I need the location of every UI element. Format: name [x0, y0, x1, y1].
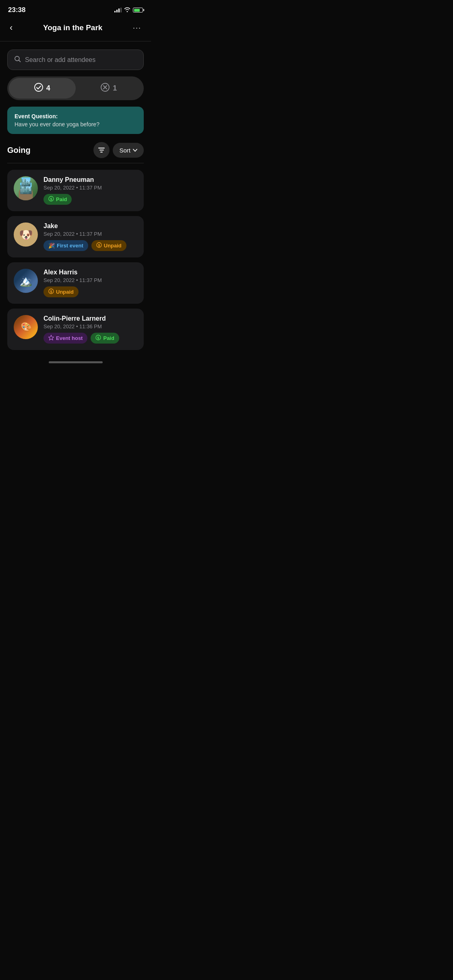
- attendee-name-danny: Danny Pneuman: [43, 176, 137, 183]
- more-button[interactable]: ···: [131, 22, 143, 34]
- avatar-danny: 🏙️: [14, 176, 38, 200]
- svg-marker-12: [49, 335, 54, 340]
- signal-icon: [114, 8, 122, 12]
- avatar-jake: 🐶: [14, 222, 38, 247]
- badge-unpaid-label-jake: Unpaid: [104, 243, 122, 249]
- attendee-card-jake[interactable]: 🐶 Jake Sep 20, 2022 • 11:37 PM 🎉 First e…: [7, 216, 144, 257]
- svg-text:$: $: [97, 336, 99, 340]
- avatar-alex: 🏔️: [14, 269, 38, 293]
- svg-text:$: $: [98, 243, 100, 247]
- badge-unpaid-jake: $ Unpaid: [91, 240, 126, 251]
- svg-point-2: [35, 83, 43, 91]
- badge-paid-danny: $ Paid: [43, 194, 72, 205]
- attendee-badges-colin: Event host $ Paid: [43, 333, 137, 344]
- badge-paid-label-colin: Paid: [103, 335, 114, 341]
- home-indicator: [0, 356, 151, 366]
- page-title: Yoga in the Park: [14, 23, 131, 32]
- attendee-date-danny: Sep 20, 2022 • 11:37 PM: [43, 185, 137, 191]
- badge-first-event-label: First event: [57, 243, 83, 249]
- tab-going[interactable]: 4: [9, 78, 76, 99]
- status-icons: [114, 7, 143, 13]
- nav-bar: ‹ Yoga in the Park ···: [0, 18, 151, 41]
- filter-icon: [98, 148, 105, 152]
- filter-button[interactable]: [93, 142, 110, 158]
- dollar-circle-icon-colin: $: [95, 335, 101, 342]
- nav-divider: [0, 41, 151, 41]
- event-question-label: Event Question:: [14, 113, 137, 119]
- attendee-name-jake: Jake: [43, 222, 137, 230]
- badge-host-label: Event host: [56, 335, 83, 341]
- attendee-name-alex: Alex Harris: [43, 269, 137, 276]
- main-content: Search or add attendees 4 1: [0, 49, 151, 350]
- attendee-info-alex: Alex Harris Sep 20, 2022 • 11:37 PM $ Un…: [43, 269, 137, 297]
- attendee-date-jake: Sep 20, 2022 • 11:37 PM: [43, 231, 137, 237]
- sort-button[interactable]: Sort: [113, 143, 144, 158]
- attendee-date-alex: Sep 20, 2022 • 11:37 PM: [43, 277, 137, 283]
- tab-not-going-count: 1: [113, 84, 117, 93]
- badge-unpaid-label-alex: Unpaid: [56, 289, 74, 295]
- star-icon: [48, 335, 54, 342]
- attendee-badges-danny: $ Paid: [43, 194, 137, 205]
- svg-line-1: [19, 60, 21, 62]
- wifi-icon: [124, 7, 130, 13]
- dollar-circle-icon-unpaid: $: [96, 242, 102, 249]
- tab-toggle: 4 1: [7, 76, 144, 100]
- back-button[interactable]: ‹: [8, 21, 14, 35]
- sort-label: Sort: [119, 147, 130, 154]
- badge-paid-colin: $ Paid: [91, 333, 119, 344]
- dollar-circle-icon: $: [48, 196, 54, 203]
- attendee-card-colin[interactable]: 🎨 Colin-Pierre Larnerd Sep 20, 2022 • 11…: [7, 309, 144, 350]
- section-divider: [7, 163, 144, 163]
- badge-first-event-jake: 🎉 First event: [43, 240, 88, 251]
- badge-unpaid-alex: $ Unpaid: [43, 286, 79, 297]
- attendee-info-jake: Jake Sep 20, 2022 • 11:37 PM 🎉 First eve…: [43, 222, 137, 251]
- svg-text:$: $: [50, 197, 52, 201]
- attendee-badges-jake: 🎉 First event $ Unpaid: [43, 240, 137, 251]
- attendee-card-danny[interactable]: 🏙️ Danny Pneuman Sep 20, 2022 • 11:37 PM…: [7, 170, 144, 211]
- party-icon: 🎉: [48, 243, 55, 249]
- event-question-text: Have you ever done yoga before?: [14, 121, 137, 128]
- section-header: Going Sort: [7, 142, 144, 158]
- badge-paid-label: Paid: [56, 196, 67, 202]
- search-bar[interactable]: Search or add attendees: [7, 49, 144, 70]
- check-circle-icon: [34, 83, 43, 94]
- svg-text:$: $: [50, 290, 52, 294]
- home-bar: [49, 361, 103, 363]
- chevron-down-icon: [133, 149, 137, 152]
- status-time: 23:38: [8, 6, 25, 14]
- section-controls: Sort: [93, 142, 144, 158]
- badge-host-colin: Event host: [43, 333, 87, 344]
- attendee-card-alex[interactable]: 🏔️ Alex Harris Sep 20, 2022 • 11:37 PM $…: [7, 262, 144, 304]
- attendee-badges-alex: $ Unpaid: [43, 286, 137, 297]
- section-title: Going: [7, 146, 31, 155]
- tab-not-going[interactable]: 1: [76, 78, 143, 99]
- attendee-info-colin: Colin-Pierre Larnerd Sep 20, 2022 • 11:3…: [43, 315, 137, 344]
- avatar-colin: 🎨: [14, 315, 38, 339]
- search-icon: [14, 56, 21, 64]
- event-question-banner[interactable]: Event Question: Have you ever done yoga …: [7, 107, 144, 134]
- status-bar: 23:38: [0, 0, 151, 18]
- search-placeholder: Search or add attendees: [25, 56, 95, 64]
- tab-going-count: 4: [46, 84, 50, 93]
- x-circle-icon: [101, 83, 110, 94]
- dollar-circle-icon-alex: $: [48, 288, 54, 295]
- attendee-info-danny: Danny Pneuman Sep 20, 2022 • 11:37 PM $ …: [43, 176, 137, 205]
- battery-icon: [133, 8, 143, 12]
- attendee-name-colin: Colin-Pierre Larnerd: [43, 315, 137, 322]
- attendee-date-colin: Sep 20, 2022 • 11:36 PM: [43, 323, 137, 329]
